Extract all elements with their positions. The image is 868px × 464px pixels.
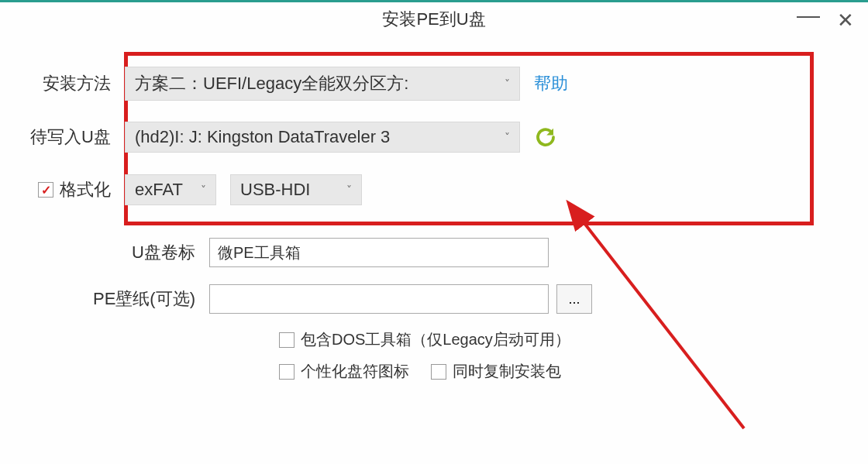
- checkbox-format-box[interactable]: [38, 182, 53, 198]
- checkbox-dos-box[interactable]: [279, 332, 294, 348]
- label-volume: U盘卷标: [54, 241, 209, 264]
- select-install-method-value: 方案二：UEFI/Legacy全能双分区方:: [135, 72, 408, 95]
- label-format: 格式化: [60, 178, 111, 201]
- chevron-down-icon: ˅: [201, 184, 206, 196]
- refresh-icon: [534, 125, 557, 149]
- browse-label: ...: [568, 291, 580, 308]
- help-link[interactable]: 帮助: [534, 72, 568, 95]
- label-target-usb: 待写入U盘: [0, 125, 125, 149]
- input-wallpaper[interactable]: [209, 284, 549, 314]
- select-filesystem[interactable]: exFAT ˅: [125, 174, 216, 205]
- select-filesystem-value: exFAT: [135, 180, 183, 200]
- row-format: 格式化 exFAT ˅ USB-HDI ˅: [143, 174, 794, 206]
- row-install-method: 安装方法 方案二：UEFI/Legacy全能双分区方: ˅ 帮助: [143, 67, 794, 101]
- select-install-method[interactable]: 方案二：UEFI/Legacy全能双分区方: ˅: [125, 67, 520, 101]
- row-wallpaper: PE壁纸(可选) ...: [54, 283, 814, 315]
- checkbox-custom-icon[interactable]: 个性化盘符图标: [279, 361, 409, 382]
- label-install-method: 安装方法: [0, 72, 125, 95]
- row-volume-label: U盘卷标: [54, 236, 814, 269]
- browse-button[interactable]: ...: [556, 284, 592, 314]
- checkbox-copy-installer[interactable]: 同时复制安装包: [431, 361, 561, 382]
- row-option-misc: 个性化盘符图标 同时复制安装包: [279, 361, 814, 382]
- app-window: 安装PE到U盘 — ✕ 安装方法 方案二：UEFI/Legacy全能双分区方: …: [0, 0, 868, 464]
- checkbox-custom-icon-box[interactable]: [279, 364, 294, 380]
- chevron-down-icon: ˅: [505, 131, 510, 143]
- label-wallpaper: PE壁纸(可选): [54, 287, 209, 311]
- minimize-button[interactable]: —: [797, 4, 820, 27]
- row-target-usb: 待写入U盘 (hd2)I: J: Kingston DataTraveler 3…: [143, 121, 794, 153]
- label-dos-toolbox: 包含DOS工具箱（仅Legacy启动可用）: [301, 329, 570, 350]
- window-controls: — ✕: [797, 9, 854, 32]
- refresh-button[interactable]: [534, 125, 557, 149]
- select-target-usb-value: (hd2)I: J: Kingston DataTraveler 3: [135, 127, 390, 147]
- close-button[interactable]: ✕: [837, 10, 854, 30]
- label-custom-icon: 个性化盘符图标: [301, 361, 409, 382]
- checkbox-dos-toolbox[interactable]: 包含DOS工具箱（仅Legacy启动可用）: [279, 329, 570, 350]
- select-target-usb[interactable]: (hd2)I: J: Kingston DataTraveler 3 ˅: [125, 122, 520, 153]
- label-copy-installer: 同时复制安装包: [453, 361, 561, 382]
- select-boot-mode[interactable]: USB-HDI ˅: [230, 174, 362, 205]
- chevron-down-icon: ˅: [346, 184, 352, 196]
- row-option-dos: 包含DOS工具箱（仅Legacy启动可用）: [279, 329, 814, 350]
- titlebar: 安装PE到U盘 — ✕: [0, 2, 868, 36]
- checkbox-copy-installer-box[interactable]: [431, 364, 446, 380]
- window-title: 安装PE到U盘: [382, 8, 485, 31]
- checkbox-format[interactable]: 格式化: [38, 178, 111, 201]
- chevron-down-icon: ˅: [505, 77, 510, 90]
- content-area: 安装方法 方案二：UEFI/Legacy全能双分区方: ˅ 帮助 待写入U盘 (…: [0, 36, 868, 382]
- highlight-box: 安装方法 方案二：UEFI/Legacy全能双分区方: ˅ 帮助 待写入U盘 (…: [124, 52, 814, 225]
- select-boot-mode-value: USB-HDI: [240, 180, 310, 200]
- input-volume-label[interactable]: [209, 238, 549, 267]
